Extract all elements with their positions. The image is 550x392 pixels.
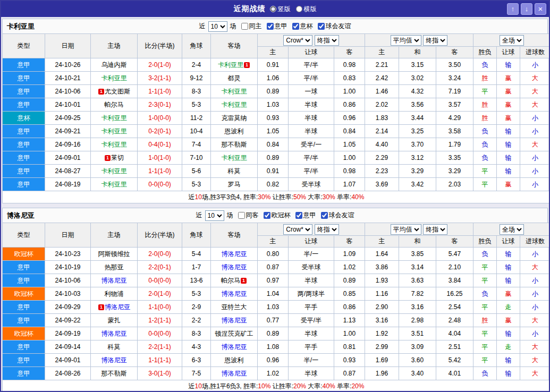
- score-cell: 2-0(1-0): [138, 58, 182, 72]
- avg-home-odds-cell: 1.92: [365, 327, 399, 340]
- avg-time-select[interactable]: 终指: [423, 35, 447, 46]
- instant-home-odds-cell: 0.87: [258, 261, 289, 274]
- filter-champions-league[interactable]: 欧冠杯: [264, 211, 291, 220]
- league-type-cell: 欧冠杯: [3, 248, 45, 261]
- team-name: 博洛尼亚: [101, 356, 127, 364]
- odds-source-select[interactable]: Crow*: [283, 224, 312, 235]
- friendly-checkbox[interactable]: [321, 212, 328, 219]
- instant-handicap-cell: 平/半: [289, 151, 334, 165]
- filter-coppa-italia[interactable]: 意杯: [292, 22, 313, 31]
- instant-away-odds-cell: 0.96: [334, 112, 365, 125]
- layout-vertical-radio[interactable]: 竖版: [270, 5, 291, 14]
- summary-text-segment: 让胜率:: [270, 382, 293, 390]
- match-row: 意甲24-10-061尤文图斯1-1(1-0)8-3卡利亚里0.89一球1.00…: [3, 85, 550, 98]
- handicap-result-cell: 输: [497, 58, 520, 72]
- avg-draw-odds-cell: 7.82: [399, 287, 436, 301]
- odds-time-select[interactable]: 终指: [315, 224, 339, 235]
- move-down-button[interactable]: ↓: [521, 3, 532, 15]
- instant-away-odds-cell: 0.84: [334, 125, 365, 138]
- summary-text-segment: 场,胜1平6负3, 胜率:: [202, 382, 258, 390]
- filter-serie-a[interactable]: 意甲: [267, 22, 287, 31]
- match-result-cell: 胜: [473, 112, 497, 125]
- team-name: 科莫: [108, 343, 121, 351]
- layout-horizontal-radio[interactable]: 横版: [296, 5, 317, 14]
- layout-radio-group: 竖版 横版: [270, 5, 317, 14]
- match-result-cell: 负: [473, 151, 497, 165]
- goals-result-cell: 大: [520, 354, 550, 367]
- serie-a-checkbox[interactable]: [267, 23, 274, 30]
- champions-league-checkbox[interactable]: [264, 212, 270, 219]
- team-section-bologna: 博洛尼亚 近 10 场 同客 欧冠杯 意甲 球会友谊 类型 日期: [2, 208, 548, 392]
- match-count-select[interactable]: 10: [208, 21, 227, 32]
- team-name: 罗马: [228, 181, 241, 188]
- corners-cell: 1-7: [182, 261, 211, 274]
- avg-home-odds-cell: 1.69: [365, 354, 399, 367]
- instant-handicap-cell: 半/一: [289, 354, 334, 367]
- avg-draw-odds-cell: 3.16: [399, 301, 436, 314]
- vertical-radio-input[interactable]: [270, 6, 276, 12]
- team-name: 克雷莫纳: [222, 114, 247, 122]
- odds-time-select[interactable]: 终指: [315, 35, 339, 46]
- match-result-cell: 胜: [473, 98, 497, 112]
- scope-select[interactable]: 全场: [500, 224, 524, 235]
- same-away-checkbox[interactable]: [238, 212, 245, 219]
- coppa-italia-checkbox[interactable]: [292, 23, 299, 30]
- col-avg-home: 主: [365, 47, 399, 58]
- team-name: 卡利亚里: [222, 154, 247, 161]
- match-result-cell: 平: [473, 354, 497, 367]
- avg-source-select[interactable]: 平均值: [391, 35, 421, 46]
- friendly-checkbox[interactable]: [318, 23, 325, 30]
- filter-label: 同主: [249, 22, 262, 31]
- score-cell: 2-0(0-0): [138, 248, 182, 261]
- instant-handicap-cell: 平手: [289, 301, 334, 314]
- avg-draw-odds-cell: 4.32: [399, 85, 436, 98]
- avg-home-odds-cell: 2.90: [365, 301, 399, 314]
- corners-cell: 10-4: [182, 125, 211, 138]
- league-type-cell: 意甲: [3, 151, 45, 165]
- filter-serie-a[interactable]: 意甲: [295, 211, 316, 220]
- match-date-cell: 24-10-06: [45, 274, 91, 287]
- col-instant-handicap: 让球: [289, 47, 334, 58]
- match-count-select[interactable]: 10: [205, 210, 224, 221]
- scope-group-header: 全场: [473, 34, 550, 47]
- match-date-cell: 24-09-25: [45, 112, 91, 125]
- odds-source-select[interactable]: Crow*: [283, 35, 312, 46]
- matches-label: 场: [230, 22, 236, 31]
- horizontal-radio-input[interactable]: [296, 6, 302, 12]
- page-title: 近期战绩: [234, 4, 266, 14]
- filter-label: 欧冠杯: [272, 211, 291, 220]
- col-result: 胜负: [473, 47, 497, 58]
- serie-a-checkbox[interactable]: [295, 212, 302, 219]
- table-controls-row: 博洛尼亚 近 10 场 同客 欧冠杯 意甲 球会友谊: [2, 208, 548, 223]
- filter-same-away[interactable]: 同客: [238, 211, 259, 220]
- scope-select[interactable]: 全场: [500, 35, 524, 46]
- league-type-cell: 意甲: [3, 261, 45, 274]
- match-row: 意甲24-09-14科莫2-2(1-1)4-3博洛尼亚1.08平手0.812.9…: [3, 340, 550, 354]
- instant-away-odds-cell: 0.85: [334, 287, 365, 301]
- close-button[interactable]: ×: [535, 3, 546, 15]
- summary-text-segment: 单率:: [335, 382, 352, 390]
- same-home-checkbox[interactable]: [241, 23, 248, 30]
- move-up-button[interactable]: ↑: [507, 3, 519, 15]
- col-instant-handicap: 让球: [289, 236, 334, 248]
- avg-source-select[interactable]: 平均值: [391, 224, 421, 235]
- instant-away-odds-cell: 0.83: [334, 72, 365, 85]
- handicap-result-cell: 输: [497, 261, 520, 274]
- instant-home-odds-cell: 0.91: [258, 58, 289, 72]
- avg-away-odds-cell: 4.04: [436, 327, 473, 340]
- col-instant-away: 客: [334, 236, 365, 248]
- filter-same-home[interactable]: 同主: [241, 22, 262, 31]
- goals-result-cell: 小: [520, 327, 550, 340]
- avg-time-select[interactable]: 终指: [423, 224, 447, 235]
- score-cell: 1-1(1-0): [138, 165, 182, 178]
- titlebar: 近期战绩 竖版 横版 ↑ ↓ ×: [1, 1, 549, 17]
- filter-friendly[interactable]: 球会友谊: [318, 22, 351, 31]
- col-date: 日期: [45, 223, 91, 248]
- avg-away-odds-cell: 3.57: [436, 98, 473, 112]
- away-team-cell: 博洛尼亚: [211, 340, 258, 354]
- avg-away-odds-cell: 16.25: [436, 287, 473, 301]
- instant-away-odds-cell: 1.09: [334, 248, 365, 261]
- avg-away-odds-cell: 4.01: [436, 367, 473, 380]
- league-type-cell: 意甲: [3, 125, 45, 138]
- filter-friendly[interactable]: 球会友谊: [321, 211, 354, 220]
